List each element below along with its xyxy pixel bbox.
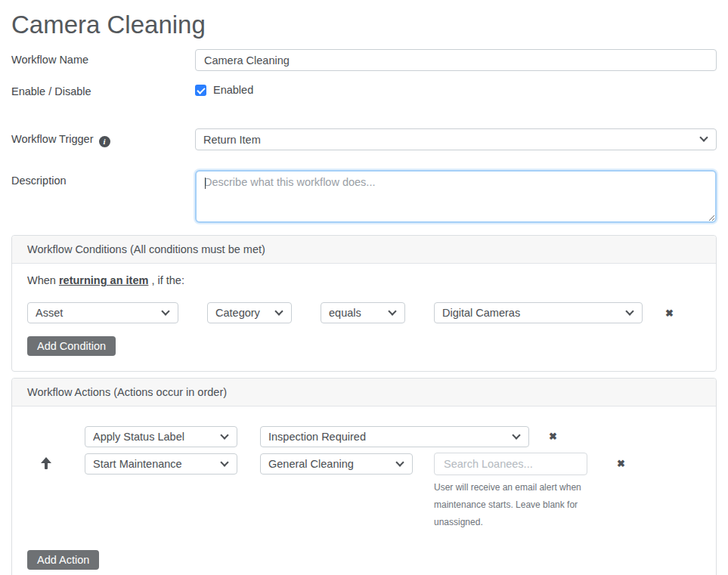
arrow-column [27, 426, 85, 430]
action-value-select[interactable]: Inspection Required [260, 426, 529, 447]
enabled-checkbox[interactable] [195, 85, 206, 96]
info-icon[interactable]: i [99, 136, 110, 147]
enable-label: Enable / Disable [11, 82, 195, 97]
remove-condition-button[interactable]: ✖ [665, 308, 674, 318]
action-type-select[interactable]: Start Maintenance [85, 453, 237, 475]
add-action-button[interactable]: Add Action [27, 550, 99, 570]
intro-prefix: When [27, 274, 56, 286]
remove-action-button[interactable]: ✖ [549, 431, 557, 441]
enabled-checkbox-label: Enabled [213, 84, 253, 96]
condition-row: Asset Category equals [27, 302, 701, 323]
add-condition-button[interactable]: Add Condition [27, 336, 116, 356]
actions-panel: Workflow Actions (Actions occur in order… [11, 378, 717, 575]
trigger-select[interactable]: Return Item [195, 128, 717, 150]
text-cursor [205, 178, 206, 189]
intro-suffix: , if the: [151, 274, 184, 286]
remove-action-button[interactable]: ✖ [617, 459, 625, 468]
trigger-row: Workflow Triggeri Return Item [11, 128, 717, 150]
loanee-search-input[interactable] [434, 453, 587, 475]
workflow-name-input[interactable] [195, 49, 717, 71]
trigger-select-wrap: Return Item [195, 128, 717, 150]
condition-subject-select[interactable]: Asset [27, 302, 178, 323]
actions-header: Workflow Actions (Actions occur in order… [12, 379, 716, 407]
description-row: Description [11, 170, 717, 223]
conditions-header: Workflow Conditions (All conditions must… [12, 236, 716, 264]
condition-operator-select[interactable]: equals [321, 302, 405, 323]
trigger-label: Workflow Triggeri [11, 128, 195, 147]
workflow-name-row: Workflow Name [11, 49, 717, 71]
description-label: Description [11, 170, 195, 187]
condition-value-select[interactable]: Digital Cameras [434, 302, 643, 323]
action-type-select[interactable]: Apply Status Label [85, 426, 237, 447]
workflow-name-label: Workflow Name [11, 49, 195, 66]
workflow-editor-page: Camera Cleaning Workflow Name Enable / D… [0, 10, 728, 575]
intro-trigger-text: returning an item [59, 274, 148, 286]
condition-field-select[interactable]: Category [207, 302, 292, 323]
action-row: Start Maintenance General Cleaning User … [27, 453, 701, 531]
arrow-column [27, 453, 85, 470]
action-value-select[interactable]: General Cleaning [260, 453, 413, 475]
action-helper-text: User will receive an email alert when ma… [434, 479, 597, 531]
conditions-intro: When returning an item , if the: [27, 274, 701, 286]
action-row: Apply Status Label Inspection Required ✖ [27, 426, 701, 447]
move-up-button[interactable] [40, 457, 52, 470]
page-title: Camera Cleaning [11, 10, 717, 40]
enable-row: Enable / Disable Enabled [11, 82, 717, 97]
conditions-panel: Workflow Conditions (All conditions must… [11, 235, 717, 372]
description-textarea[interactable] [195, 170, 717, 223]
